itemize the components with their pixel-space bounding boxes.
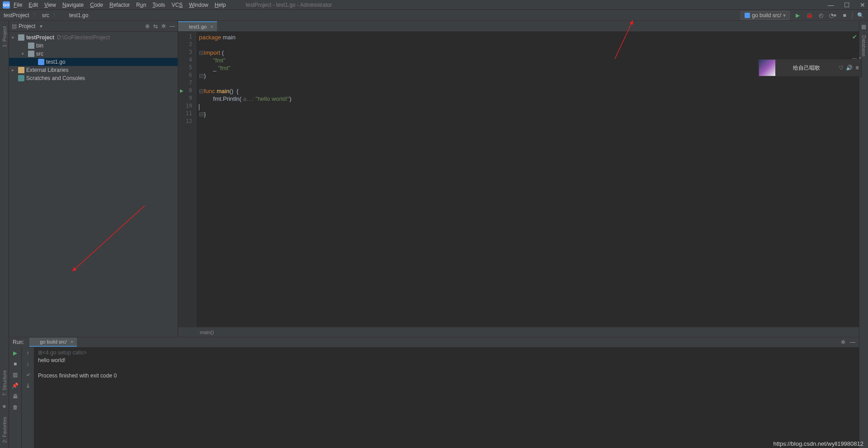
- run-pin-icon[interactable]: 📌: [12, 382, 19, 389]
- coverage-button[interactable]: ◴: [817, 11, 825, 19]
- run-settings-icon[interactable]: ✲: [841, 339, 845, 345]
- watermark: https://blog.csdn.net/wyll19980812: [774, 440, 863, 447]
- window-title: testProject - test1.go - Administrator: [245, 2, 332, 8]
- gutter-run-icon[interactable]: ▶: [180, 88, 184, 93]
- menu-file[interactable]: File: [14, 2, 22, 8]
- tree-src[interactable]: ▾src: [9, 50, 178, 58]
- run-stop-button[interactable]: ■: [14, 361, 17, 367]
- run-hide-icon[interactable]: —: [850, 339, 855, 345]
- left-tool-stripe: 1: Project 7: Structure ★ 2: Favorites: [0, 21, 9, 448]
- run-tab[interactable]: go build src/ ×: [29, 338, 77, 347]
- project-settings-icon[interactable]: ✲: [161, 23, 166, 29]
- menu-refactor[interactable]: Refactor: [109, 2, 130, 8]
- music-min-icon[interactable]: —: [852, 56, 857, 61]
- softwrap-icon[interactable]: ⤶: [26, 372, 30, 378]
- run-button[interactable]: ▶: [793, 11, 802, 19]
- run-trash-icon[interactable]: 🗑: [13, 404, 18, 410]
- track-title: 给自己唱歌: [776, 64, 837, 72]
- right-tool-stripe: ▦ Database: [859, 21, 868, 448]
- scroll-up-icon[interactable]: ↑: [27, 350, 29, 356]
- menu-window[interactable]: Window: [189, 2, 208, 8]
- editor-tab-test1[interactable]: test1.go ×: [178, 21, 217, 31]
- run-tab-close-icon[interactable]: ×: [71, 339, 73, 344]
- playlist-icon[interactable]: ≡: [853, 65, 861, 71]
- run-print-icon[interactable]: 🖶: [13, 393, 18, 400]
- database-tool-button[interactable]: Database: [861, 35, 867, 57]
- project-panel: ▤ Project ▾ ⊕ ⇆ ✲ — ▾ testProject: [9, 21, 178, 337]
- tree-root[interactable]: ▾ testProject D:\GoFiles\testProject: [9, 33, 178, 42]
- menu-bar: GO File Edit View Navigate Code Refactor…: [0, 0, 868, 10]
- tree-scratches[interactable]: Scratches and Consoles: [9, 74, 178, 82]
- scroll-end-icon[interactable]: ⤓: [26, 382, 30, 389]
- editor-gutter: 123 456 7 ▶8 9101112: [178, 32, 196, 327]
- menu-vcs[interactable]: VCS: [171, 2, 183, 8]
- project-target-icon[interactable]: ⊕: [145, 23, 150, 29]
- project-tool-button[interactable]: 1: Project: [2, 26, 7, 47]
- menu-help[interactable]: Help: [215, 2, 226, 8]
- close-icon[interactable]: ✕: [860, 1, 865, 9]
- tree-bin[interactable]: bin: [9, 42, 178, 50]
- music-close-icon[interactable]: ×: [859, 56, 861, 61]
- breadcrumb-project[interactable]: testProject: [4, 12, 29, 19]
- search-button[interactable]: 🔍: [856, 11, 864, 19]
- go-icon: [745, 13, 750, 18]
- menu-edit[interactable]: Edit: [28, 2, 38, 8]
- menu-view[interactable]: View: [44, 2, 56, 8]
- scroll-down-icon[interactable]: ↓: [27, 361, 29, 367]
- navigation-bar: testProject 〉 src 〉 test1.go go build sr…: [0, 10, 868, 21]
- run-layout-icon[interactable]: ▥: [13, 372, 18, 378]
- debug-button[interactable]: 🐞: [805, 11, 813, 19]
- breadcrumb-file[interactable]: test1.go: [69, 12, 89, 19]
- tree-file-test1[interactable]: test1.go: [9, 58, 178, 66]
- minimize-icon[interactable]: —: [828, 1, 834, 9]
- project-collapse-icon[interactable]: ⇆: [153, 23, 158, 29]
- run-config-dropdown[interactable]: go build src/ ▾: [741, 11, 790, 20]
- like-icon[interactable]: ♡: [837, 65, 845, 71]
- profile-button[interactable]: ◔▾: [829, 11, 837, 19]
- inspection-ok-icon[interactable]: ✔: [852, 33, 857, 40]
- tab-close-icon[interactable]: ×: [210, 24, 213, 29]
- app-logo-icon: GO: [3, 1, 10, 9]
- run-panel-label: Run:: [13, 339, 24, 345]
- structure-tool-button[interactable]: 7: Structure: [2, 370, 7, 396]
- favorites-tool-button[interactable]: 2: Favorites: [2, 417, 7, 443]
- volume-icon[interactable]: 🔊: [845, 65, 853, 71]
- menu-run[interactable]: Run: [136, 2, 146, 8]
- breadcrumb-src[interactable]: src: [42, 12, 49, 19]
- menu-code[interactable]: Code: [90, 2, 103, 8]
- menu-tools[interactable]: Tools: [152, 2, 165, 8]
- run-panel: Run: go build src/ × ✲ — ▶ ■ ▥ 📌 🖶: [9, 337, 859, 448]
- rerun-button[interactable]: ▶: [13, 350, 17, 356]
- album-art-icon: [759, 60, 775, 76]
- stop-button[interactable]: ■: [840, 11, 849, 19]
- maximize-icon[interactable]: ☐: [844, 1, 850, 9]
- editor-pane: test1.go × 123 456 7 ▶8 9101112 package …: [178, 21, 859, 337]
- tree-external-libs[interactable]: ▸External Libraries: [9, 66, 178, 74]
- project-hide-icon[interactable]: —: [170, 23, 175, 29]
- console-output[interactable]: ⊞<4 go setup calls> hello world! Process…: [34, 347, 859, 448]
- project-view-label[interactable]: Project: [19, 23, 35, 29]
- menu-navigate[interactable]: Navigate: [62, 2, 84, 8]
- editor-breadcrumb[interactable]: main(): [178, 327, 859, 337]
- music-widget[interactable]: —× 给自己唱歌 ♡ 🔊 ≡: [758, 59, 862, 77]
